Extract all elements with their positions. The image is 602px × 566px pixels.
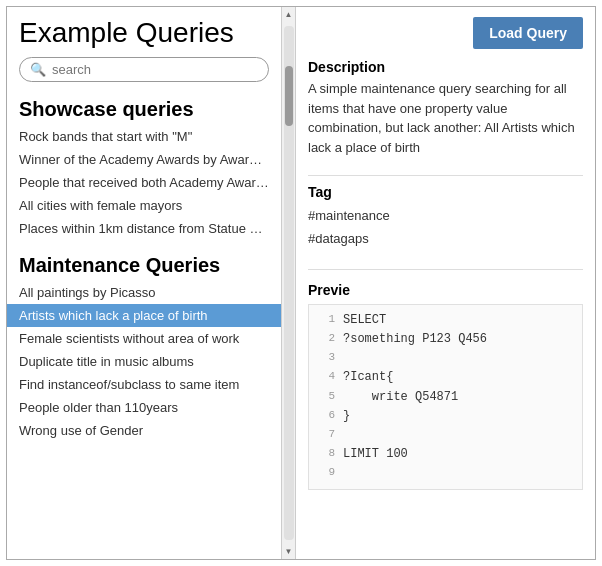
line-number: 1 — [317, 311, 335, 330]
divider-2 — [308, 269, 583, 270]
list-item[interactable]: Find instanceof/subclass to same item — [7, 373, 281, 396]
code-line: 5 write Q54871 — [317, 388, 574, 407]
tag-item: #maintenance — [308, 204, 583, 227]
code-line: 3 — [317, 349, 574, 368]
list-item[interactable]: People that received both Academy Award … — [7, 171, 281, 194]
tag-label: Tag — [308, 184, 583, 200]
line-number: 4 — [317, 368, 335, 387]
right-panel: Load Query Description A simple maintena… — [296, 7, 595, 559]
main-container: Example Queries 🔍 Showcase queries Rock … — [6, 6, 596, 560]
line-number: 9 — [317, 464, 335, 483]
code-line: 2 ?something P123 Q456 — [317, 330, 574, 349]
line-number: 3 — [317, 349, 335, 368]
line-code: } — [343, 407, 350, 426]
description-label: Description — [308, 59, 583, 75]
query-list-scroll[interactable]: Showcase queries Rock bands that start w… — [7, 92, 281, 559]
search-icon: 🔍 — [30, 62, 46, 77]
code-line: 6 } — [317, 407, 574, 426]
code-block: 1 SELECT 2 ?something P123 Q456 3 4 ?Ica… — [308, 304, 583, 491]
line-number: 6 — [317, 407, 335, 426]
search-input[interactable] — [52, 62, 258, 77]
scrollbar-track — [284, 26, 294, 540]
list-item-selected[interactable]: Artists which lack a place of birth — [7, 304, 281, 327]
list-item[interactable]: Duplicate title in music albums — [7, 350, 281, 373]
line-number: 8 — [317, 445, 335, 464]
line-code: LIMIT 100 — [343, 445, 408, 464]
scrollbar-thumb[interactable] — [285, 66, 293, 126]
preview-section: Previe 1 SELECT 2 ?something P123 Q456 3… — [308, 282, 583, 491]
tag-section: Tag #maintenance #datagaps — [308, 184, 583, 251]
center-scrollbar: ▲ ▼ — [282, 7, 296, 559]
line-code: write Q54871 — [343, 388, 458, 407]
code-line: 4 ?Icant{ — [317, 368, 574, 387]
description-text: A simple maintenance query searching for… — [308, 79, 583, 157]
list-item[interactable]: Female scientists without area of work — [7, 327, 281, 350]
code-line: 8 LIMIT 100 — [317, 445, 574, 464]
scroll-up-arrow[interactable]: ▲ — [282, 7, 295, 22]
search-wrapper: 🔍 — [7, 57, 281, 92]
line-code: ?something P123 Q456 — [343, 330, 487, 349]
list-item[interactable]: Places within 1km distance from Statue o… — [7, 217, 281, 240]
line-number: 5 — [317, 388, 335, 407]
line-number: 7 — [317, 426, 335, 445]
line-code: ?Icant{ — [343, 368, 393, 387]
line-code — [343, 464, 350, 483]
preview-label: Previe — [308, 282, 583, 298]
list-item[interactable]: Winner of the Academy Awards by Award an… — [7, 148, 281, 171]
list-item[interactable]: All paintings by Picasso — [7, 281, 281, 304]
list-item[interactable]: People older than 110years — [7, 396, 281, 419]
line-code — [343, 426, 350, 445]
search-box: 🔍 — [19, 57, 269, 82]
line-code: SELECT — [343, 311, 386, 330]
tag-item: #datagaps — [308, 227, 583, 250]
list-item[interactable]: Rock bands that start with "M" — [7, 125, 281, 148]
showcase-section-header: Showcase queries — [7, 92, 281, 125]
line-code — [343, 349, 350, 368]
left-panel: Example Queries 🔍 Showcase queries Rock … — [7, 7, 282, 559]
description-section: Description A simple maintenance query s… — [308, 59, 583, 157]
scroll-down-arrow[interactable]: ▼ — [282, 544, 295, 559]
code-line: 1 SELECT — [317, 311, 574, 330]
divider-1 — [308, 175, 583, 176]
code-line: 9 — [317, 464, 574, 483]
line-number: 2 — [317, 330, 335, 349]
code-line: 7 — [317, 426, 574, 445]
load-query-button[interactable]: Load Query — [473, 17, 583, 49]
list-item[interactable]: All cities with female mayors — [7, 194, 281, 217]
list-item[interactable]: Wrong use of Gender — [7, 419, 281, 442]
maintenance-section-header: Maintenance Queries — [7, 248, 281, 281]
page-title: Example Queries — [7, 17, 281, 57]
